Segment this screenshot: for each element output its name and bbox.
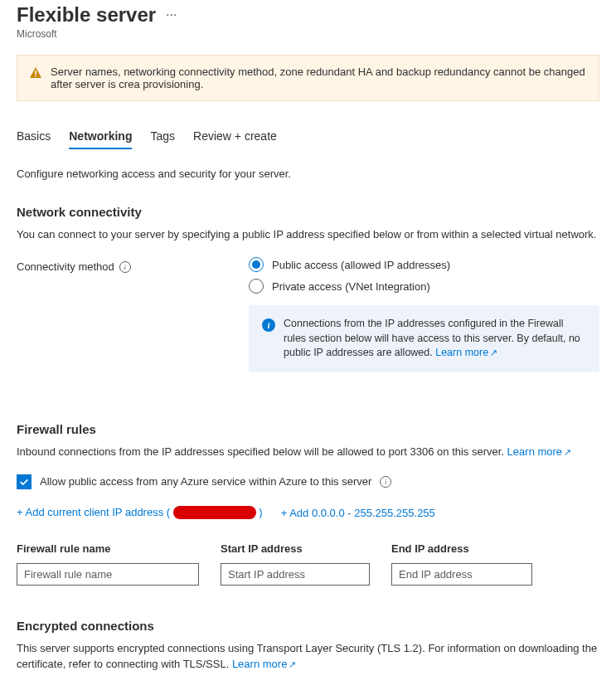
- radio-public-access-label: Public access (allowed IP addresses): [272, 259, 450, 271]
- encrypted-heading: Encrypted connections: [17, 619, 599, 633]
- add-client-ip-link[interactable]: + Add current client IP address ( ): [17, 506, 263, 520]
- svg-rect-0: [35, 70, 36, 75]
- radio-private-access-label: Private access (VNet Integration): [272, 280, 430, 293]
- tabs: Basics Networking Tags Review + create: [17, 124, 599, 149]
- tab-review-create[interactable]: Review + create: [193, 124, 277, 149]
- encrypted-desc: This server supports encrypted connectio…: [17, 641, 599, 671]
- firewall-heading: Firewall rules: [17, 422, 599, 436]
- page-title: Flexible server: [17, 3, 156, 27]
- section-intro: Configure networking access and security…: [17, 168, 599, 180]
- info-icon: i: [262, 318, 275, 332]
- network-heading: Network connectivity: [17, 205, 599, 219]
- help-icon[interactable]: i: [119, 261, 131, 273]
- svg-rect-1: [35, 75, 36, 77]
- add-full-range-link[interactable]: + Add 0.0.0.0 - 255.255.255.255: [281, 507, 435, 519]
- fw-end-ip-input[interactable]: [391, 563, 532, 586]
- warning-text: Server names, networking connectivity me…: [51, 66, 587, 90]
- firewall-desc: Inbound connections from the IP addresse…: [17, 445, 599, 459]
- radio-private-access[interactable]: [249, 279, 264, 294]
- warning-banner: Server names, networking connectivity me…: [17, 55, 599, 101]
- radio-public-access[interactable]: [249, 257, 264, 272]
- firewall-learn-more-link[interactable]: Learn more↗: [507, 445, 571, 458]
- tab-basics[interactable]: Basics: [17, 124, 51, 149]
- fw-col-name-header: Firewall rule name: [17, 542, 199, 555]
- tab-tags[interactable]: Tags: [150, 124, 175, 149]
- fw-rule-name-input[interactable]: [17, 563, 199, 586]
- external-link-icon: ↗: [564, 446, 571, 459]
- allow-azure-services-checkbox[interactable]: [17, 474, 32, 489]
- fw-col-start-header: Start IP address: [221, 542, 370, 555]
- encrypted-learn-more-link[interactable]: Learn more↗: [232, 658, 296, 670]
- info-text: Connections from the IP addresses config…: [284, 318, 580, 358]
- tab-networking[interactable]: Networking: [69, 124, 132, 149]
- external-link-icon: ↗: [289, 659, 296, 671]
- info-learn-more-link[interactable]: Learn more↗: [435, 347, 497, 358]
- allow-azure-services-label: Allow public access from any Azure servi…: [40, 475, 371, 488]
- network-desc: You can connect to your server by specif…: [17, 227, 599, 242]
- fw-col-end-header: End IP address: [391, 542, 532, 555]
- fw-start-ip-input[interactable]: [221, 563, 370, 586]
- warning-icon: [29, 66, 42, 80]
- firewall-table: Firewall rule name Start IP address End …: [17, 542, 599, 586]
- redacted-ip: [173, 506, 256, 519]
- more-actions-button[interactable]: ···: [166, 7, 177, 22]
- external-link-icon: ↗: [490, 347, 497, 359]
- connectivity-label: Connectivity method: [17, 260, 114, 273]
- info-box: i Connections from the IP addresses conf…: [249, 305, 599, 372]
- page-subtitle: Microsoft: [17, 28, 599, 40]
- help-icon[interactable]: i: [380, 476, 391, 488]
